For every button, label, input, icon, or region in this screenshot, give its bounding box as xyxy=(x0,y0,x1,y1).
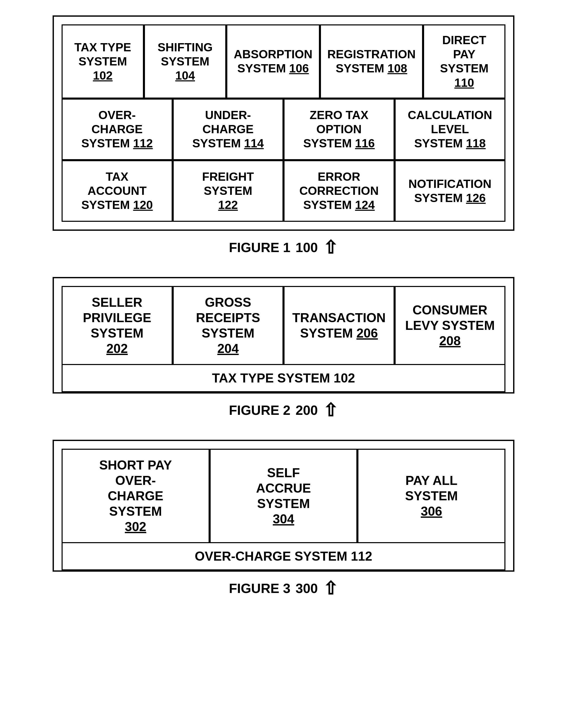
sys-tax-account: TAXACCOUNTSYSTEM 120 xyxy=(62,160,173,222)
figure2-arrow-icon: ⇧ xyxy=(323,401,338,419)
figure3-row1: SHORT PAYOVER-CHARGESYSTEM302 SELFACCRUE… xyxy=(62,449,505,543)
figure3-title: FIGURE 3 xyxy=(229,581,290,596)
figure1-grid: TAX TYPESYSTEM102 SHIFTINGSYSTEM104 ABSO… xyxy=(62,24,505,222)
sys-undercharge: UNDER-CHARGESYSTEM 114 xyxy=(173,99,284,160)
figure1-row3: TAXACCOUNTSYSTEM 120 FREIGHTSYSTEM122 ER… xyxy=(62,160,505,222)
sys-notification: NOTIFICATIONSYSTEM 126 xyxy=(394,160,506,222)
figure1-row1: TAX TYPESYSTEM102 SHIFTINGSYSTEM104 ABSO… xyxy=(62,24,505,99)
sys-shifting: SHIFTINGSYSTEM104 xyxy=(144,24,226,99)
sys-tax-type: TAX TYPESYSTEM102 xyxy=(62,24,144,99)
figure2-ref: 200 xyxy=(295,403,318,418)
figure1-title: FIGURE 1 xyxy=(229,240,290,255)
figure2-title: FIGURE 2 xyxy=(229,403,290,418)
sys-transaction: TRANSACTIONSYSTEM 206 xyxy=(284,286,394,365)
figure1-ref: 100 xyxy=(295,240,318,255)
figure1-wrapper: TAX TYPESYSTEM102 SHIFTINGSYSTEM104 ABSO… xyxy=(53,15,514,256)
figure2-caption: FIGURE 2 200 ⇧ xyxy=(229,401,338,419)
figure3-grid: SHORT PAYOVER-CHARGESYSTEM302 SELFACCRUE… xyxy=(62,449,505,543)
figure3-caption: FIGURE 3 300 ⇧ xyxy=(229,579,338,597)
sys-error-correction: ERRORCORRECTIONSYSTEM 124 xyxy=(284,160,394,222)
figure1-arrow-icon: ⇧ xyxy=(323,238,338,256)
sys-pay-all: PAY ALLSYSTEM306 xyxy=(357,449,505,543)
sys-self-accrue: SELFACCRUESYSTEM304 xyxy=(210,449,358,543)
figure3-arrow-icon: ⇧ xyxy=(323,579,338,597)
figure3-ref: 300 xyxy=(295,581,318,596)
figure2-row1: SELLERPRIVILEGESYSTEM202 GROSSRECEIPTSSY… xyxy=(62,286,505,365)
sys-short-pay: SHORT PAYOVER-CHARGESYSTEM302 xyxy=(62,449,210,543)
figure3-wrapper: SHORT PAYOVER-CHARGESYSTEM302 SELFACCRUE… xyxy=(53,440,514,597)
sys-zero-tax: ZERO TAXOPTIONSYSTEM 116 xyxy=(284,99,394,160)
sys-overcharge: OVER-CHARGESYSTEM 112 xyxy=(62,99,173,160)
figure1-row2: OVER-CHARGESYSTEM 112 UNDER-CHARGESYSTEM… xyxy=(62,99,505,160)
sys-absorption: ABSORPTIONSYSTEM 106 xyxy=(226,24,320,99)
sys-calculation-level: CALCULATIONLEVELSYSTEM 118 xyxy=(394,99,506,160)
figure2-footer: TAX TYPE SYSTEM 102 xyxy=(62,365,505,392)
sys-gross-receipts: GROSSRECEIPTSSYSTEM204 xyxy=(173,286,284,365)
figure2-diagram: SELLERPRIVILEGESYSTEM202 GROSSRECEIPTSSY… xyxy=(53,277,514,394)
figure1-caption: FIGURE 1 100 ⇧ xyxy=(229,238,338,256)
figure2-wrapper: SELLERPRIVILEGESYSTEM202 GROSSRECEIPTSSY… xyxy=(53,277,514,419)
sys-direct-pay: DIRECTPAYSYSTEM110 xyxy=(423,24,505,99)
figure2-grid: SELLERPRIVILEGESYSTEM202 GROSSRECEIPTSSY… xyxy=(62,286,505,365)
figure1-diagram: TAX TYPESYSTEM102 SHIFTINGSYSTEM104 ABSO… xyxy=(53,15,514,231)
figure3-diagram: SHORT PAYOVER-CHARGESYSTEM302 SELFACCRUE… xyxy=(53,440,514,572)
sys-freight: FREIGHTSYSTEM122 xyxy=(173,160,284,222)
sys-registration: REGISTRATIONSYSTEM 108 xyxy=(320,24,423,99)
figure3-footer: OVER-CHARGE SYSTEM 112 xyxy=(62,543,505,570)
sys-consumer-levy: CONSUMERLEVY SYSTEM208 xyxy=(394,286,506,365)
sys-seller-privilege: SELLERPRIVILEGESYSTEM202 xyxy=(62,286,173,365)
